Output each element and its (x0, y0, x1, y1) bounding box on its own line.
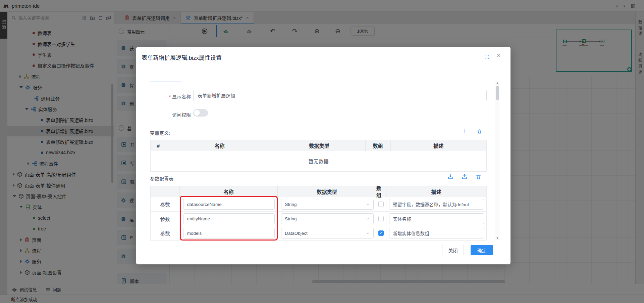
params-actions (447, 174, 481, 180)
param-name-cell: models (180, 226, 278, 240)
param-row-1: 参数entityNameString实体名称 (151, 211, 486, 226)
table-header-cell: 名称 (180, 186, 278, 197)
table-header-cell: 数据类型 (273, 140, 365, 151)
param-type-select[interactable]: String (281, 199, 374, 210)
param-name-cell: entityName (180, 212, 278, 226)
access-toggle[interactable] (193, 109, 208, 117)
select-value: DataObject (285, 231, 308, 236)
header-label: 名称 (215, 142, 225, 149)
add-icon[interactable] (462, 128, 468, 134)
table-header-cell: 数组 (376, 186, 386, 197)
table-header-cell: 数组 (366, 140, 391, 151)
delete-icon[interactable] (477, 128, 482, 134)
scrollbar-thumb[interactable] (496, 86, 499, 100)
modal-active-tab-indicator (150, 82, 181, 82)
param-desc-input[interactable]: 实体名称 (389, 213, 484, 224)
modal-title: 表单新增扩展逻辑.bizx属性设置 (142, 53, 222, 61)
param-desc-cell: 实体名称 (386, 212, 486, 226)
import-icon[interactable] (447, 174, 453, 180)
param-desc-input[interactable]: 预留字段，数据源名称，默认为defaul (389, 199, 484, 210)
chevron-down-icon (366, 231, 370, 235)
header-label: # (157, 143, 160, 148)
modal-tab-divider (150, 82, 487, 82)
param-name-cell: datasourceName (180, 197, 278, 211)
variables-section-title: 变量定义: (150, 129, 170, 136)
param-kind-label: 参数 (160, 201, 170, 208)
param-name-input[interactable]: models (183, 228, 275, 239)
param-type-cell: DataObject (278, 226, 376, 240)
param-desc-cell: 新增实体信息数组 (386, 226, 486, 240)
scroll-down-icon[interactable]: ▼ (495, 236, 499, 241)
param-kind-cell: 参数 (151, 212, 180, 226)
param-name-input[interactable]: entityName (183, 213, 275, 224)
table-header-row: 名称数据类型数组描述 (151, 186, 486, 197)
params-section-title: 参数配置表: (150, 175, 175, 182)
select-value: String (285, 202, 297, 207)
chevron-down-icon (366, 202, 370, 207)
param-type-select[interactable]: String (281, 213, 374, 224)
table-header-cell: 描述 (386, 186, 486, 197)
close-button[interactable]: 关闭 (442, 245, 464, 255)
param-desc-input[interactable]: 新增实体信息数组 (389, 228, 484, 239)
fullscreen-icon[interactable] (484, 54, 490, 60)
table-header-cell: 描述 (391, 140, 486, 151)
param-array-cell: ✓ (376, 226, 386, 240)
app-root: primeton-ide ‹ › 资源 教师表教师表一对多学生学生表自定义窗口操… (0, 0, 644, 303)
header-label: 描述 (433, 142, 443, 149)
empty-text: 暂无数据 (308, 158, 328, 165)
param-desc-cell: 预留字段，数据源名称，默认为defaul (386, 197, 486, 211)
header-label: 数组 (373, 142, 383, 149)
params-table: 名称数据类型数组描述参数datasourceNameString预留字段，数据源… (150, 186, 487, 241)
param-row-0: 参数datasourceNameString预留字段，数据源名称，默认为defa… (151, 197, 486, 211)
select-value: String (285, 216, 297, 221)
modal-scrollbar[interactable]: ▲ ▼ (495, 81, 499, 241)
param-kind-label: 参数 (160, 215, 170, 222)
param-type-select[interactable]: DataObject (281, 228, 374, 239)
table-header-cell (151, 186, 180, 197)
param-array-cell (376, 212, 386, 226)
array-checkbox[interactable] (378, 202, 384, 207)
toggle-knob (194, 110, 200, 116)
table-header-row: #名称数据类型数组描述 (151, 140, 486, 151)
param-kind-cell: 参数 (151, 226, 180, 240)
variables-actions (462, 128, 482, 134)
param-type-cell: String (278, 212, 376, 226)
access-label: 访问权限 (150, 111, 191, 118)
param-array-cell (376, 197, 386, 211)
param-name-input[interactable]: datasourceName (183, 199, 275, 210)
delete-icon[interactable] (476, 174, 481, 180)
param-kind-cell: 参数 (151, 197, 180, 211)
table-header-cell: 名称 (166, 140, 273, 151)
chevron-down-icon (366, 217, 370, 221)
header-label: 数据类型 (317, 188, 337, 195)
header-label: 数组 (376, 184, 386, 199)
ok-button[interactable]: 确定 (471, 245, 493, 255)
table-header-cell: 数据类型 (278, 186, 376, 197)
export-icon[interactable] (462, 174, 468, 180)
display-name-label: 显示名称 (150, 93, 191, 100)
param-type-cell: String (278, 197, 376, 211)
header-label: 描述 (431, 188, 441, 195)
header-label: 名称 (224, 188, 234, 195)
param-row-2: 参数modelsDataObject✓新增实体信息数组 (151, 226, 486, 240)
display-name-input[interactable] (193, 90, 487, 101)
variables-table: #名称数据类型数组描述暂无数据 (150, 140, 487, 172)
array-checkbox[interactable]: ✓ (378, 230, 384, 236)
array-checkbox[interactable] (378, 216, 384, 221)
param-kind-label: 参数 (160, 230, 170, 237)
empty-table-message: 暂无数据 (151, 151, 486, 171)
close-icon[interactable]: × (496, 51, 501, 60)
header-label: 数据类型 (309, 142, 329, 149)
scroll-up-icon[interactable]: ▲ (495, 81, 499, 85)
table-header-cell: # (151, 140, 166, 151)
properties-modal: 表单新增扩展逻辑.bizx属性设置 × 显示名称 访问权限 变量定义: #名称数… (136, 47, 511, 264)
